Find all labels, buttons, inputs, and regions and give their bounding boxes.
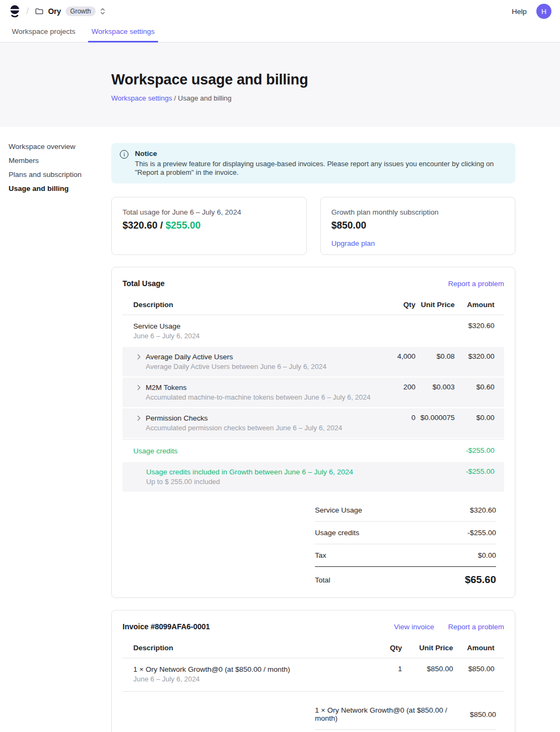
column-description: Description — [123, 644, 359, 652]
usage-credits-detail-row: Usage credits included in Growth between… — [123, 462, 504, 492]
summary-value: $0.00 — [478, 551, 496, 559]
total-usage-card-header: Total Usage Report a problem — [123, 278, 504, 295]
line-item-text: Average Daily Active Users Average Daily… — [146, 352, 327, 371]
usage-summary: Service Usage $320.60 Usage credits -$25… — [315, 499, 496, 587]
total-usage-title: Total Usage — [123, 279, 164, 288]
tabbar: Workspace projects Workspace settings — [0, 23, 560, 42]
credits-detail-subtitle: Up to $ 255.00 included — [146, 478, 372, 486]
line-item-desc: M2M Tokens Accumulated machine-to-machin… — [123, 383, 372, 402]
usage-credits-amount: -$255.00 — [455, 446, 504, 454]
line-item-subtitle: Accumulated machine-to-machine tokens be… — [146, 393, 370, 402]
total-label: Total — [315, 576, 331, 584]
sidebar-item-plans-and-subscription[interactable]: Plans and subscription — [9, 171, 111, 179]
invoice-line-unit-price: $850.00 — [402, 665, 453, 673]
sidebar-item-usage-and-billing[interactable]: Usage and billing — [9, 185, 111, 193]
help-link[interactable]: Help — [512, 8, 527, 16]
column-unit-price: Unit Price — [415, 301, 455, 309]
summary-label: Service Usage — [315, 506, 362, 514]
line-item-subtitle: Accumulated permission checks between Ju… — [146, 424, 342, 432]
credits-detail-title: Usage credits included in Growth between… — [146, 467, 372, 477]
summary-row-tax: Tax $0.00 — [315, 730, 496, 732]
invoice-title: Invoice #8099AFA6-0001 — [123, 622, 210, 631]
summary-label: Tax — [315, 551, 326, 559]
line-item-desc: Permission Checks Accumulated permission… — [123, 414, 372, 432]
usage-amount-credit: $255.00 — [166, 220, 200, 231]
notice-text: This is a preview feature for displaying… — [135, 160, 506, 177]
breadcrumb-link-workspace-settings[interactable]: Workspace settings — [111, 94, 172, 102]
line-item-subtitle: Average Daily Active Users between June … — [146, 363, 327, 371]
line-item-unit-price: $0.000075 — [415, 414, 455, 422]
workspace-plan-badge: Growth — [66, 6, 96, 16]
usage-credits-title: Usage credits — [133, 446, 372, 456]
avatar[interactable]: H — [536, 4, 551, 19]
sidebar-item-members[interactable]: Members — [9, 157, 111, 165]
content: Workspace overview Members Plans and sub… — [0, 127, 560, 732]
invoice-line-title: 1 × Ory Network Growth@0 (at $850.00 / m… — [133, 665, 359, 674]
usage-credits-row: Usage credits -$255.00 — [123, 439, 504, 462]
summary-label: 1 × Ory Network Growth@0 (at $850.00 / m… — [315, 706, 470, 722]
page-title: Workspace usage and billing — [111, 72, 560, 88]
service-usage-amount: $320.60 — [455, 322, 504, 330]
invoice-card-header: Invoice #8099AFA6-0001 View invoice Repo… — [123, 621, 504, 638]
report-problem-link[interactable]: Report a problem — [448, 623, 504, 631]
line-item-qty: 200 — [372, 383, 415, 391]
column-qty: Qty — [372, 301, 415, 309]
line-item-text: M2M Tokens Accumulated machine-to-machin… — [146, 383, 370, 402]
report-problem-link[interactable]: Report a problem — [448, 280, 504, 288]
invoice-line-desc: 1 × Ory Network Growth@0 (at $850.00 / m… — [123, 665, 359, 684]
chevron-updown-icon — [100, 7, 105, 16]
upgrade-plan-link[interactable]: Upgrade plan — [332, 239, 505, 247]
credits-detail-amount: -$255.00 — [455, 467, 504, 475]
plan-subscription-card: Growth plan monthly subscription $850.00… — [320, 197, 516, 255]
plan-label: Growth plan monthly subscription — [332, 208, 505, 216]
usage-line-item[interactable]: M2M Tokens Accumulated machine-to-machin… — [123, 378, 504, 407]
settings-sidebar: Workspace overview Members Plans and sub… — [0, 143, 111, 732]
column-description: Description — [123, 301, 372, 309]
main: i Notice This is a preview feature for d… — [111, 143, 515, 732]
invoice-line-amount: $850.00 — [453, 665, 504, 673]
tab-workspace-settings[interactable]: Workspace settings — [88, 23, 158, 42]
credits-detail-desc: Usage credits included in Growth between… — [123, 467, 372, 486]
invoice-table-header: Description Qty Unit Price Amount — [123, 638, 504, 658]
summary-row: Service Usage $320.60 — [315, 499, 496, 522]
usage-line-item[interactable]: Permission Checks Accumulated permission… — [123, 408, 504, 438]
topbar-right: Help H — [512, 4, 551, 19]
invoice-line-qty: 1 — [359, 665, 402, 673]
service-usage-desc: Service Usage June 6 – July 6, 2024 — [123, 322, 372, 340]
breadcrumb-separator: / — [174, 94, 176, 102]
folder-icon — [35, 7, 44, 16]
sidebar-item-workspace-overview[interactable]: Workspace overview — [9, 143, 111, 151]
service-usage-row: Service Usage June 6 – July 6, 2024 $320… — [123, 315, 504, 347]
summary-cards-row: Total usage for June 6 – July 6, 2024 $3… — [111, 197, 515, 255]
info-icon: i — [120, 150, 128, 159]
summary-total-row: Total $65.60 — [315, 567, 496, 587]
usage-table-header: Description Qty Unit Price Amount — [123, 295, 504, 315]
tab-workspace-projects[interactable]: Workspace projects — [9, 23, 78, 42]
summary-label: Usage credits — [315, 529, 360, 537]
chevron-right-icon[interactable] — [137, 354, 141, 360]
column-amount: Amount — [453, 644, 504, 652]
line-item-title: Permission Checks — [146, 414, 342, 423]
summary-row: Usage credits -$255.00 — [315, 522, 496, 544]
plan-amount: $850.00 — [332, 220, 505, 231]
line-item-amount: $320.00 — [455, 352, 504, 360]
usage-amount: $320.60 / $255.00 — [123, 220, 296, 231]
summary-row-tax: Tax $0.00 — [315, 544, 496, 567]
topbar-separator: / — [26, 6, 28, 16]
page-header: Workspace usage and billing Workspace se… — [0, 42, 560, 127]
line-item-title: M2M Tokens — [146, 383, 370, 392]
view-invoice-link[interactable]: View invoice — [394, 623, 434, 631]
ory-logo[interactable] — [10, 5, 20, 18]
line-item-amount: $0.00 — [455, 414, 504, 422]
line-item-unit-price: $0.003 — [415, 383, 455, 391]
total-value: $65.60 — [465, 574, 496, 586]
chevron-right-icon[interactable] — [137, 415, 141, 421]
line-item-desc: Average Daily Active Users Average Daily… — [123, 352, 372, 371]
column-unit-price: Unit Price — [402, 644, 453, 652]
chevron-right-icon[interactable] — [137, 385, 141, 390]
workspace-switcher[interactable]: Ory Growth — [35, 6, 105, 16]
usage-line-item[interactable]: Average Daily Active Users Average Daily… — [123, 347, 504, 376]
line-item-text: Permission Checks Accumulated permission… — [146, 414, 342, 432]
usage-credits-desc: Usage credits — [123, 446, 372, 456]
invoice-line-period: June 6 – July 6, 2024 — [133, 675, 359, 684]
